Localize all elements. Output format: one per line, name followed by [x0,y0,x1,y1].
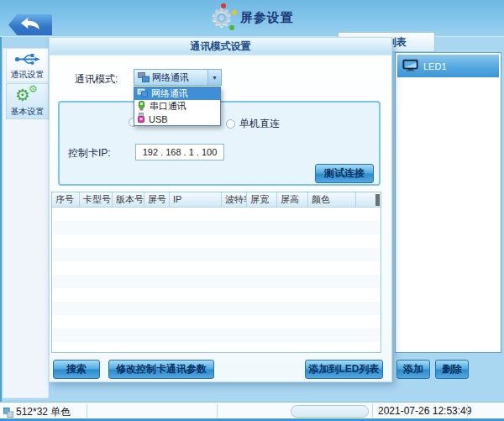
yellow-dot-icon [232,10,237,15]
comm-mode-dropdown[interactable]: 网络通讯 [134,69,222,86]
search-button[interactable]: 搜索 [53,360,100,379]
chevron-down-icon[interactable] [207,70,221,85]
dropdown-option-serial[interactable]: 串口通讯 [134,100,220,113]
usb-plug-icon [137,113,145,125]
radio-label: 单机直连 [239,117,280,131]
column-header: 版本号 [113,192,144,207]
column-header: 屏高 [277,192,308,207]
column-header: 卡型号 [80,192,113,207]
status-bar: 512*32 单色 2021-07-26 12:53:49 [0,402,504,421]
led-list: LED1 [395,52,501,353]
sidebar-item-comm-settings[interactable]: 通讯设置 [6,48,49,82]
led-item-label: LED1 [423,61,447,71]
network-icon [138,72,150,82]
title-area: 屏参设置 [0,5,504,30]
add-button[interactable]: 添加 [396,360,430,379]
sidebar-item-label: 通讯设置 [7,69,48,81]
status-separator [372,404,373,418]
comm-mode-dropdown-list: 网络通讯 串口通讯 [134,87,221,126]
sidebar-item-label: 基本设置 [7,106,48,118]
status-separator [467,404,468,418]
gears-icon [7,87,48,105]
page-title: 屏参设置 [240,10,294,26]
dropdown-option-label: 网络通讯 [151,87,188,100]
column-header: 波特率 [222,192,247,207]
dialog-title: 通讯模式设置 [50,38,391,55]
status-separator [217,404,218,418]
modify-params-button[interactable]: 修改控制卡通讯参数 [108,360,214,379]
gear-icon [210,5,233,30]
monitor-icon [402,59,418,74]
screen-info-text: 512*32 单色 [16,405,71,419]
controller-ip-label: 控制卡IP: [68,146,111,161]
column-header: IP [170,192,222,207]
dropdown-selected-value: 网络通讯 [152,71,207,84]
radio-direct-connect[interactable]: 单机直连 [226,117,280,131]
device-table: 序号 卡型号 版本号 屏号 IP 波特率 屏宽 屏高 颜色 [51,192,381,353]
device-table-body [52,208,381,352]
screen-params-window: 屏参设置 通讯设置 基本设置 LED列表 [0,0,504,421]
dropdown-option-network[interactable]: 网络通讯 [134,87,220,100]
network-sync-icon [137,88,148,99]
column-header: 屏号 [144,192,170,207]
controller-ip-input[interactable]: 192 . 168 . 1 . 100 [135,144,224,161]
progress-bar [291,405,369,418]
column-header: 屏宽 [247,192,277,207]
table-scrollbar[interactable] [375,194,380,206]
column-header: 颜色 [308,192,356,207]
dropdown-option-label: USB [149,114,168,124]
datetime-text: 2021-07-26 12:53:49 [378,405,471,417]
led-list-item[interactable]: LED1 [397,55,499,77]
dropdown-option-usb[interactable]: USB [134,113,220,125]
red-dot-icon [221,3,226,8]
column-header: 序号 [52,192,80,207]
device-table-header: 序号 卡型号 版本号 屏号 IP 波特率 屏宽 屏高 颜色 [52,192,381,208]
green-dot-icon [229,25,234,30]
usb-trident-icon [7,51,48,68]
window-left-edge [0,37,2,421]
dropdown-option-label: 串口通讯 [150,100,186,113]
comm-mode-dialog: 通讯模式设置 通讯模式: 单机直连 控制卡IP: 192 . 168 . 1 .… [49,37,392,382]
screen-grid-icon [3,406,13,421]
delete-button[interactable]: 删除 [435,360,469,379]
serial-plug-icon [137,101,146,113]
status-separator [87,404,87,418]
sidebar-item-basic-settings[interactable]: 基本设置 [6,83,49,119]
comm-mode-label: 通讯模式: [75,72,118,87]
radio-circle-icon [226,119,235,129]
add-to-led-list-button[interactable]: 添加到LED列表 [305,360,383,379]
test-connection-button[interactable]: 测试连接 [315,164,374,183]
